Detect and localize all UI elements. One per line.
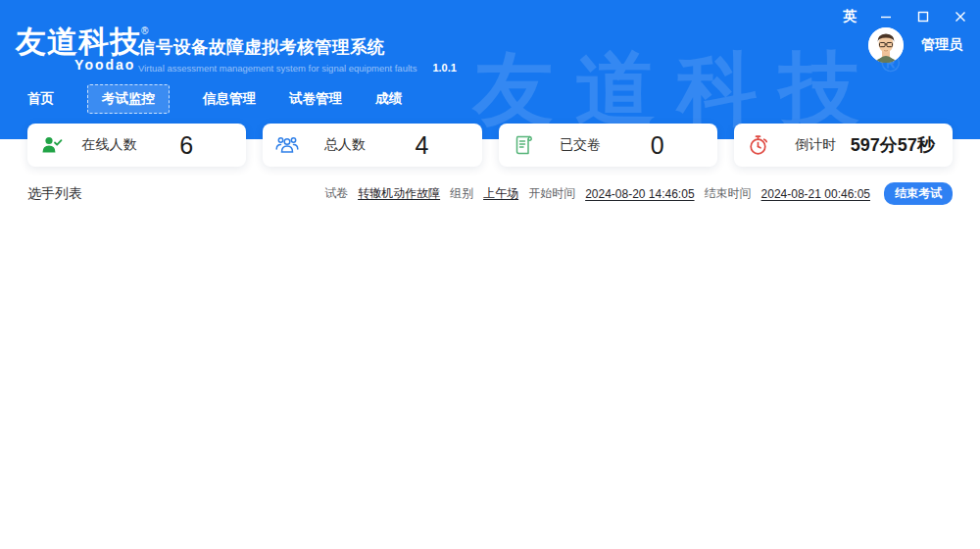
end-exam-button[interactable]: 结束考试: [884, 182, 953, 205]
language-toggle-button[interactable]: 英: [839, 6, 860, 27]
detail-label-end-time: 结束时间: [705, 185, 752, 202]
stat-label: 总人数: [312, 136, 377, 154]
user-avatar[interactable]: [868, 27, 904, 63]
close-icon: [955, 11, 966, 23]
stats-row: 在线人数 6 总人数 4: [27, 124, 953, 167]
brand-watermark: 友道科技®: [473, 49, 900, 129]
maximize-button[interactable]: [911, 7, 935, 26]
user-role-label: 管理员: [921, 36, 962, 54]
logo-latin-text: Yoodao: [16, 57, 149, 73]
stat-value: 597分57秒: [849, 133, 937, 157]
stat-label: 倒计时: [783, 136, 849, 154]
detail-value-paper[interactable]: 转辙机动作故障: [358, 185, 440, 202]
logo-chinese-text: 友道科技®: [16, 25, 149, 59]
stat-value: 4: [377, 131, 466, 160]
stopwatch-icon: [734, 134, 783, 156]
tab-exam-monitoring[interactable]: 考试监控: [87, 84, 170, 114]
system-subtitle: Virtual assessment management system for…: [138, 63, 416, 74]
stat-card-total-count: 总人数 4: [263, 124, 481, 167]
stat-label: 在线人数: [76, 136, 142, 154]
detail-label-start-time: 开始时间: [528, 185, 575, 202]
tab-info-management[interactable]: 信息管理: [203, 85, 256, 113]
minimize-button[interactable]: [874, 7, 898, 26]
version-label: 1.0.1: [432, 62, 456, 74]
stat-card-countdown: 倒计时 597分57秒: [734, 124, 953, 167]
stat-card-submitted-papers: 已交卷 0: [499, 124, 717, 167]
detail-value-group[interactable]: 上午场: [483, 185, 518, 202]
users-group-icon: [263, 135, 312, 155]
app-header: 友道科技® 英 友道科技® Yoodao 信号设备故障虚拟考核管理系统 Virt…: [0, 0, 980, 139]
user-check-icon: [27, 135, 76, 155]
tab-home[interactable]: 首页: [27, 85, 54, 113]
system-title-block: 信号设备故障虚拟考核管理系统 Virtual assessment manage…: [138, 35, 457, 74]
stat-label: 已交卷: [548, 136, 613, 154]
contestant-list-title: 选手列表: [27, 185, 82, 203]
maximize-icon: [917, 11, 929, 23]
detail-value-start-time[interactable]: 2024-08-20 14:46:05: [585, 187, 694, 201]
document-icon: [499, 134, 548, 156]
detail-label-paper: 试卷: [324, 185, 348, 202]
stat-value: 6: [142, 131, 230, 160]
contestant-list-empty-area: [0, 205, 980, 538]
watermark-text: 友道科技: [473, 44, 881, 133]
close-button[interactable]: [949, 7, 972, 26]
detail-value-end-time[interactable]: 2024-08-21 00:46:05: [761, 187, 870, 201]
stat-card-online-count: 在线人数 6: [27, 124, 246, 167]
exam-details: 试卷 转辙机动作故障 组别 上午场 开始时间 2024-08-20 14:46:…: [324, 182, 953, 205]
system-title: 信号设备故障虚拟考核管理系统: [138, 35, 457, 59]
stat-value: 0: [612, 131, 701, 160]
app-logo: 友道科技® Yoodao: [16, 25, 149, 73]
contestant-list-header: 选手列表 试卷 转辙机动作故障 组别 上午场 开始时间 2024-08-20 1…: [27, 182, 953, 205]
detail-label-group: 组别: [450, 185, 473, 202]
tab-scores[interactable]: 成绩: [375, 85, 402, 113]
titlebar: 英: [839, 6, 972, 27]
tab-paper-management[interactable]: 试卷管理: [289, 85, 342, 113]
main-nav-tabs: 首页 考试监控 信息管理 试卷管理 成绩: [27, 84, 402, 114]
user-block: 管理员: [868, 27, 962, 63]
minimize-icon: [880, 11, 892, 23]
avatar-cartoon-icon: [868, 27, 904, 63]
